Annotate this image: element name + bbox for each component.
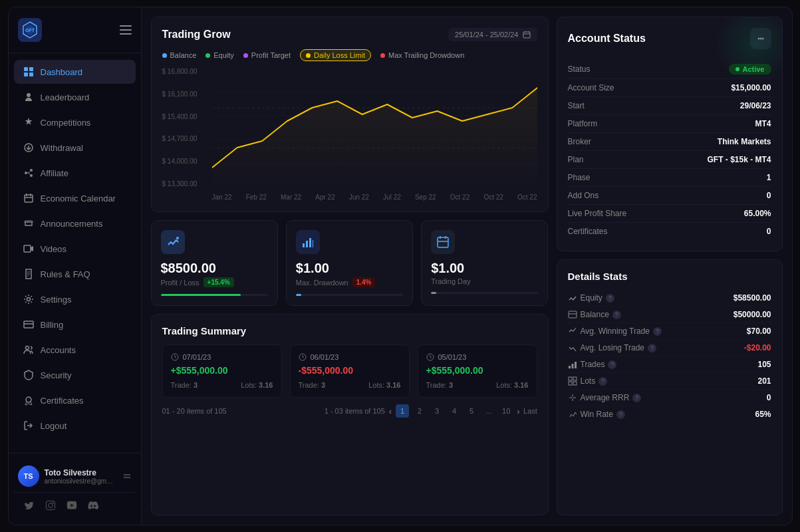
security-icon (23, 370, 34, 380)
svg-rect-36 (313, 240, 313, 247)
trading-day-label: Trading Day (431, 277, 538, 285)
max-drawdown-bar-fill (296, 294, 301, 296)
summary-meta-1: Trade: 3 Lots: 3.16 (299, 381, 401, 389)
account-row-platform: Platform MT4 (568, 115, 771, 133)
svg-point-32 (176, 237, 179, 239)
chart-y-labels: $ 16,800.00 $ 16,100.00 $ 15,400.00 $ 14… (162, 68, 212, 188)
summary-item-1[interactable]: 06/01/23 -$555,000.00 Trade: 3 Lots: 3.1… (290, 344, 410, 398)
youtube-icon[interactable] (66, 499, 78, 511)
profit-loss-label: Profit / Loss +15.4% (161, 277, 268, 287)
clock-icon-1 (299, 353, 307, 361)
svg-point-17 (25, 346, 29, 350)
summary-item-0[interactable]: 07/01/23 +$555,000.00 Trade: 3 Lots: 3.1… (162, 344, 282, 398)
last-page-button[interactable]: Last (524, 404, 537, 418)
details-row-trades: Trades ? 105 (568, 356, 771, 373)
svg-rect-4 (24, 67, 28, 71)
user-profile[interactable]: TS Toto Silvestre antoniosilvestre@gmail… (14, 460, 136, 492)
summary-item-2[interactable]: 05/01/23 +$555,000.00 Trade: 3 Lots: 3.1… (418, 344, 537, 398)
account-row-size: Account Size $15,000.00 (568, 79, 771, 97)
profit-loss-bar (161, 294, 268, 296)
account-row-certificates: Certificates 0 (568, 223, 771, 240)
svg-point-20 (48, 503, 53, 508)
win-rate-info-icon[interactable]: ? (616, 410, 625, 419)
svg-rect-49 (573, 377, 577, 380)
svg-point-18 (26, 397, 31, 402)
svg-rect-35 (309, 238, 311, 247)
date-range[interactable]: 25/01/24 - 25/02/24 (448, 28, 537, 41)
sidebar-item-withdrawal[interactable]: Withdrawal (14, 136, 136, 160)
twitter-icon[interactable] (23, 499, 35, 511)
sidebar-item-certificates[interactable]: Certificates (14, 388, 136, 412)
page-2[interactable]: 2 (413, 404, 426, 418)
sidebar-item-accounts[interactable]: Accounts (14, 338, 136, 362)
trades-info-icon[interactable]: ? (608, 360, 616, 369)
sidebar-item-settings[interactable]: Settings (14, 287, 136, 311)
sidebar-item-announcements[interactable]: Announcements (14, 211, 136, 235)
sidebar: GFT Dashboard (9, 7, 142, 525)
avg-win-info-icon[interactable]: ? (653, 327, 662, 336)
svg-rect-14 (24, 245, 31, 252)
balance-info-icon[interactable]: ? (612, 311, 621, 319)
trading-day-bar-fill (431, 292, 436, 294)
sidebar-item-security[interactable]: Security (14, 363, 136, 387)
chart-title: Trading Grow (162, 29, 231, 41)
page-1[interactable]: 1 (396, 404, 409, 418)
svg-rect-19 (46, 501, 55, 509)
instagram-icon[interactable] (45, 499, 57, 511)
social-icons-row (14, 492, 136, 518)
pagination-row: 01 - 20 items of 105 1 - 03 items of 105… (162, 404, 537, 418)
discord-icon[interactable] (87, 499, 99, 511)
page-3[interactable]: 3 (430, 404, 444, 418)
prev-page-button[interactable]: ‹ (389, 406, 392, 416)
sidebar-item-leaderboard[interactable]: Leaderboard (14, 85, 136, 109)
page-4[interactable]: 4 (448, 404, 461, 418)
account-status-card: Account Status Status Active Account Siz… (557, 17, 783, 251)
sidebar-item-affiliate[interactable]: Affiliate (14, 161, 136, 185)
menu-toggle[interactable] (120, 25, 132, 35)
accounts-icon (23, 344, 34, 355)
account-row-profit-share: Live Profit Share 65.00% (568, 205, 771, 223)
sidebar-item-billing[interactable]: Billing (14, 313, 136, 336)
win-rate-icon (568, 410, 577, 419)
svg-rect-44 (569, 311, 577, 318)
trades-icon (568, 360, 577, 369)
svg-rect-46 (571, 364, 573, 368)
sidebar-item-videos[interactable]: Videos (14, 237, 136, 261)
avatar: TS (18, 466, 39, 487)
page-5[interactable]: 5 (465, 404, 478, 418)
app-logo: GFT (18, 18, 42, 42)
legend-max-trailing: Max Trailing Drowdown (380, 49, 464, 61)
page-10[interactable]: 10 (499, 404, 513, 418)
legend-daily-loss[interactable]: Daily Loss Limit (300, 49, 371, 61)
chart-svg-container (212, 68, 537, 188)
equity-icon (568, 293, 577, 303)
logout-icon (23, 420, 34, 431)
svg-rect-5 (29, 67, 33, 71)
competitions-icon (23, 117, 34, 128)
pagination-left: 01 - 20 items of 105 (162, 407, 227, 415)
summary-date-0: 07/01/23 (171, 353, 273, 361)
avg-lose-info-icon[interactable]: ? (648, 344, 656, 352)
leaderboard-icon (23, 92, 34, 102)
avg-lose-icon (568, 343, 577, 352)
affiliate-icon (23, 168, 34, 178)
avg-win-icon (568, 327, 577, 336)
sidebar-item-dashboard[interactable]: Dashboard (14, 60, 136, 84)
equity-info-icon[interactable]: ? (606, 294, 614, 303)
account-row-start: Start 29/06/23 (568, 97, 771, 115)
sidebar-item-logout[interactable]: Logout (14, 414, 136, 438)
lots-info-icon[interactable]: ? (599, 377, 607, 386)
max-drawdown-label: Max. Drawdown 1.4% (296, 277, 403, 287)
sidebar-item-economic-calendar[interactable]: Economic Calendar (14, 186, 136, 210)
account-row-addons: Add Ons 0 (568, 187, 771, 205)
sidebar-navigation: Dashboard Leaderboard Competitions (9, 53, 141, 453)
next-page-button[interactable]: › (517, 406, 519, 416)
rrr-info-icon[interactable]: ? (632, 394, 641, 402)
stats-row: $8500.00 Profit / Loss +15.4% $1.00 (151, 220, 549, 306)
sidebar-item-rules-faq[interactable]: Rules & FAQ (14, 262, 136, 286)
clock-icon-2 (426, 353, 434, 361)
sidebar-item-competitions[interactable]: Competitions (14, 110, 136, 134)
dashboard-icon (23, 66, 34, 77)
chart-svg (212, 68, 537, 188)
trading-summary-card: Trading Summary 07/01/23 +$555,000.00 Tr… (151, 314, 549, 515)
